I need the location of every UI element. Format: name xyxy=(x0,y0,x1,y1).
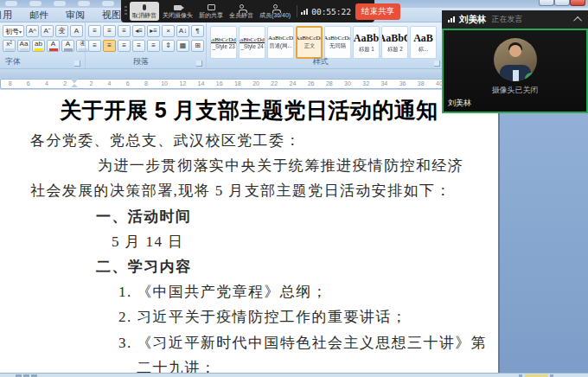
window-controls xyxy=(539,0,585,6)
style-gallery-item[interactable]: AaBbCcDd 正文 xyxy=(296,26,323,59)
decrease-indent-icon[interactable]: ◂≡ xyxy=(132,25,145,37)
align-left-icon[interactable]: ≡ xyxy=(88,40,101,52)
ribbon-tab[interactable]: 邮件 xyxy=(21,9,57,22)
toolbar-drag-handle[interactable] xyxy=(125,6,127,16)
meeting-toolbar-button[interactable]: 新的共享 xyxy=(196,1,226,22)
ruler-mark: 38 xyxy=(412,79,430,89)
meeting-toolbar-button[interactable]: 成员(36/40) xyxy=(257,1,293,22)
quick-access-toolbar[interactable] xyxy=(5,1,114,6)
distribute-text-icon[interactable]: ≡ xyxy=(147,40,160,52)
camera-off-label: 摄像头已关闭 xyxy=(444,85,586,96)
ruler-mark: 30 xyxy=(338,79,356,89)
speaking-status: 正在发言 xyxy=(492,14,523,25)
members-icon xyxy=(273,3,278,10)
superscript-icon[interactable]: x² xyxy=(3,40,16,52)
meeting-timer: 00:55:22 xyxy=(311,7,351,16)
chevron-down-icon: ▾ xyxy=(19,29,22,35)
font-size-dropdown[interactable]: 初号▾ xyxy=(3,25,24,37)
align-right-icon[interactable]: ≡ xyxy=(118,40,131,52)
borders-icon[interactable]: ⊞ xyxy=(191,40,204,52)
collapse-panel-icon[interactable] xyxy=(573,16,582,25)
ruler-mark: 20 xyxy=(246,79,265,89)
document-paragraph: 二十九讲； xyxy=(0,355,498,373)
character-shading-icon[interactable]: A xyxy=(61,40,74,52)
multilevel-list-icon[interactable]: ≡ xyxy=(118,25,131,37)
style-gallery-item[interactable]: AaBbCcDd 无间隔 xyxy=(324,26,351,59)
document-paragraph: 各分党委、党总支、武汉校区党工委： xyxy=(0,128,498,153)
participant-video-tile[interactable]: 摄像头已关闭 刘美林 xyxy=(442,29,588,113)
style-gallery-item[interactable]: AaBbCcD 普通(网... xyxy=(267,26,294,59)
ruler-mark: 4 xyxy=(37,79,55,89)
camera-icon xyxy=(174,3,182,10)
font-color-icon[interactable]: A xyxy=(47,40,60,52)
paragraph-dialog-launcher-icon[interactable] xyxy=(196,61,202,67)
ruler-mark: 4 xyxy=(100,79,118,89)
maximize-button[interactable] xyxy=(554,0,570,6)
style-gallery-item[interactable]: AaBbC 标题 2 xyxy=(381,26,408,59)
document-page[interactable]: 关于开展 5 月支部主题党日活动的通知 各分党委、党总支、武汉校区党工委：为进一… xyxy=(0,90,498,373)
ribbon-tab[interactable]: 引用 xyxy=(0,9,21,22)
asian-layout-icon[interactable]: × xyxy=(162,25,175,37)
video-panel[interactable]: 刘美林 正在发言 摄像头已关闭 刘美林 xyxy=(442,10,588,113)
status-bar-left-icons[interactable] xyxy=(16,374,37,377)
justify-icon[interactable]: ≡ xyxy=(132,40,145,52)
paragraph-group-label: 段落 xyxy=(86,56,196,67)
paragraph-group: ≡≡≡◂≡▸≡×A↓¶ ≡≡≡≡≡⇕▦⊞ 段落 xyxy=(85,22,205,68)
sort-icon[interactable]: A↓ xyxy=(176,25,189,37)
minimize-button[interactable] xyxy=(539,0,554,6)
speaker-name: 刘美林 xyxy=(459,14,487,26)
styles-dialog-launcher-icon[interactable] xyxy=(434,61,440,67)
ruler-mark: 22 xyxy=(265,79,284,89)
ribbon-tab[interactable]: 审阅 xyxy=(57,9,93,22)
ruler-mark: 32 xyxy=(357,79,375,89)
align-center-icon[interactable]: ≡ xyxy=(103,40,116,52)
meeting-toolbar-button[interactable]: 全员静音 xyxy=(227,1,256,22)
shading-icon[interactable]: ▦ xyxy=(176,40,189,52)
styles-group: AaBbCcDdE _Style 23 AaBbCcDdE _Style 24 … xyxy=(206,22,443,68)
ruler-mark: 34 xyxy=(375,79,393,89)
ruler-mark: 6 xyxy=(19,79,37,89)
ruler-mark: 16 xyxy=(210,79,228,89)
font-dialog-launcher-icon[interactable] xyxy=(74,61,80,67)
meeting-toolbar-button[interactable]: 取消静音 xyxy=(130,2,159,21)
style-gallery-item[interactable]: AaBb 标题 1 xyxy=(353,26,380,59)
ruler-mark: 18 xyxy=(228,79,246,89)
shrink-font-icon[interactable]: Aˇ xyxy=(41,25,54,37)
style-gallery-item[interactable]: AaB 标... xyxy=(410,26,437,59)
ruler-mark: 14 xyxy=(192,79,210,89)
style-gallery-item[interactable]: AaBbCcDdE _Style 23 xyxy=(210,26,237,59)
character-border-icon[interactable]: A xyxy=(70,25,83,37)
document-paragraph: 为进一步贯彻落实中央关于统筹推进疫情防控和经济 xyxy=(0,153,498,178)
indent-marker[interactable] xyxy=(71,79,79,89)
bullet-list-icon[interactable]: ≡ xyxy=(88,25,101,37)
zoom-controls[interactable] xyxy=(519,374,553,377)
grow-font-icon[interactable]: A^ xyxy=(26,25,39,37)
document-paragraph: 2. 习近平关于疫情防控工作的重要讲话； xyxy=(0,304,498,329)
document-area: 关于开展 5 月支部主题党日活动的通知 各分党委、党总支、武汉校区党工委：为进一… xyxy=(0,90,588,373)
document-paragraph: 社会发展的决策部署,现将 5 月支部主题党日活动安排如下： xyxy=(0,178,498,203)
document-paragraph: 5 月 14 日 xyxy=(0,229,498,254)
styles-group-label: 样式 xyxy=(207,56,434,67)
line-spacing-icon[interactable]: ⇕ xyxy=(162,40,175,52)
end-share-button[interactable]: 结束共享 xyxy=(355,3,400,20)
numbered-list-icon[interactable]: ≡ xyxy=(103,25,116,37)
change-case-icon[interactable]: Aa xyxy=(17,40,30,52)
status-bar xyxy=(0,373,588,377)
mute-all-icon xyxy=(240,3,244,10)
meeting-toolbar-button[interactable]: 关闭摄像头 xyxy=(160,1,195,22)
ruler-mark: 24 xyxy=(284,79,302,89)
toolbar-divider xyxy=(297,5,297,17)
style-gallery-item[interactable]: AaBbCcDdE _Style 24 xyxy=(239,26,265,59)
ruler-mark: 6 xyxy=(118,79,137,89)
participant-avatar xyxy=(494,38,537,81)
phonetic-guide-icon[interactable]: 变 xyxy=(55,25,68,37)
document-paragraph: 一、活动时间 xyxy=(0,204,498,229)
audio-level-icon xyxy=(448,16,455,22)
show-formatting-marks-icon[interactable]: ¶ xyxy=(191,25,204,37)
increase-indent-icon[interactable]: ▸≡ xyxy=(147,25,160,37)
text-highlight-color-icon[interactable]: ab xyxy=(32,40,45,52)
ruler-mark: 26 xyxy=(302,79,320,89)
close-button[interactable] xyxy=(570,0,585,6)
ruler-mark: 2 xyxy=(82,79,100,89)
video-panel-header: 刘美林 正在发言 xyxy=(442,10,588,29)
